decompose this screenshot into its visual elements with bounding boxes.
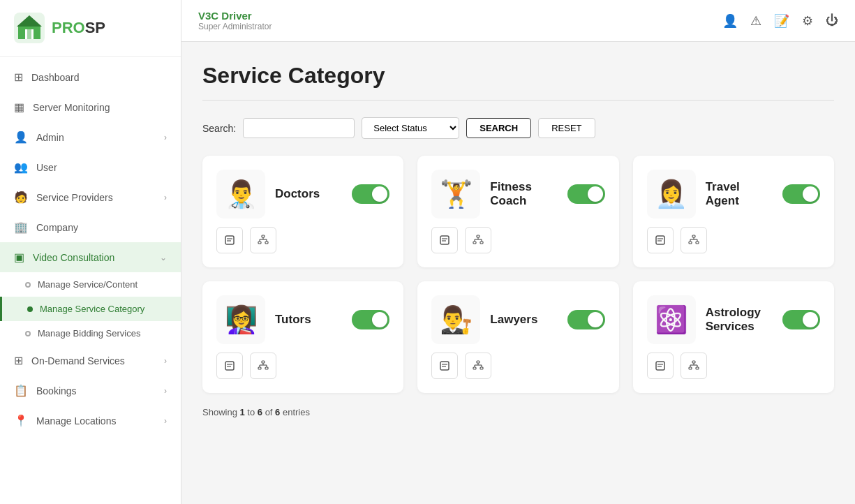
card-actions (431, 227, 604, 253)
sidebar-item-manage-bidding-services[interactable]: Manage Bidding Services (0, 321, 181, 346)
svg-rect-60 (696, 367, 699, 369)
card-toggle[interactable] (352, 184, 389, 204)
chevron-right-icon: › (164, 386, 167, 396)
card-structure-button[interactable] (465, 353, 491, 379)
card-structure-button[interactable] (681, 227, 707, 253)
service-providers-icon: 🧑 (14, 191, 28, 204)
pagination-text: Showing 1 to 6 of 6 entries (202, 407, 834, 417)
chevron-right-icon: › (164, 416, 167, 426)
card-doctors: 👨‍⚕️ Doctors (202, 156, 403, 267)
edit-icon[interactable]: 📝 (774, 13, 789, 29)
card-edit-button[interactable] (216, 353, 243, 379)
card-toggle[interactable] (782, 310, 820, 329)
sidebar-item-video-consultation[interactable]: ▣ Video Consultation ⌄ (0, 242, 181, 272)
cards-grid: 👨‍⚕️ Doctors (202, 156, 834, 393)
svg-rect-48 (477, 361, 479, 363)
on-demand-icon: ⊞ (14, 354, 23, 367)
sidebar-item-manage-locations[interactable]: 📍 Manage Locations › (0, 406, 181, 436)
card-structure-button[interactable] (250, 227, 276, 253)
svg-rect-38 (262, 361, 265, 363)
card-top: 👨‍⚕️ Doctors (216, 170, 389, 218)
chevron-right-icon: › (164, 356, 167, 366)
svg-rect-8 (262, 235, 265, 237)
card-toggle[interactable] (567, 184, 605, 204)
card-label: Fitness Coach (490, 180, 557, 208)
svg-rect-9 (258, 242, 261, 244)
card-image: 👨‍⚖️ (431, 295, 480, 344)
sidebar-item-admin[interactable]: 👤 Admin › (0, 122, 181, 152)
sidebar-item-dashboard[interactable]: ⊞ Dashboard (0, 62, 181, 92)
sidebar-item-label: Video Consultation (33, 252, 114, 263)
sidebar-item-user[interactable]: 👥 User (0, 152, 181, 182)
card-structure-button[interactable] (465, 227, 491, 253)
svg-rect-20 (480, 242, 483, 244)
card-image: 👩‍🏫 (216, 295, 265, 344)
header-subtitle: Super Administrator (198, 22, 272, 31)
card-edit-button[interactable] (647, 227, 674, 253)
sidebar-item-manage-service-category[interactable]: Manage Service Category (0, 297, 181, 321)
user-profile-icon[interactable]: 👤 (722, 13, 738, 29)
search-button[interactable]: SEARCH (466, 118, 531, 138)
sidebar-item-bookings[interactable]: 📋 Bookings › (0, 376, 181, 406)
svg-rect-15 (440, 236, 449, 244)
sidebar-item-label: Company (36, 222, 78, 233)
card-edit-button[interactable] (431, 227, 458, 253)
card-astrology-services: ⚛️ Astrology Services (633, 281, 834, 393)
title-divider (202, 100, 834, 101)
sidebar-subnav-label: Manage Service Category (40, 304, 144, 314)
card-edit-button[interactable] (647, 353, 674, 379)
svg-rect-35 (225, 362, 234, 370)
svg-rect-45 (440, 362, 449, 370)
card-image: ⚛️ (647, 295, 696, 344)
sidebar-item-label: Service Providers (36, 192, 113, 203)
reset-button[interactable]: RESET (538, 118, 595, 138)
card-label: Lawyers (490, 313, 557, 327)
card-travel-agent: 👩‍💼 Travel Agent (633, 156, 834, 267)
card-label: Doctors (275, 187, 342, 201)
header-title: V3C Driver (198, 10, 272, 22)
admin-icon: 👤 (14, 131, 28, 144)
card-lawyers: 👨‍⚖️ Lawyers (417, 281, 618, 393)
card-fitness-coach: 🏋️ Fitness Coach (417, 156, 618, 267)
sidebar-item-label: User (36, 162, 57, 173)
content-area: Service Category Search: Select StatusAc… (181, 42, 855, 504)
search-input[interactable] (243, 118, 355, 138)
card-top: ⚛️ Astrology Services (647, 295, 820, 344)
search-bar: Search: Select StatusActiveInactive SEAR… (202, 117, 834, 139)
card-actions (431, 353, 604, 379)
card-structure-button[interactable] (681, 353, 707, 379)
sidebar-subnav-label: Manage Service/Content (38, 279, 137, 290)
card-actions (647, 353, 820, 379)
bookings-icon: 📋 (14, 384, 28, 397)
card-top: 👩‍💼 Travel Agent (647, 170, 820, 218)
sidebar-item-label: Admin (36, 132, 64, 143)
svg-rect-55 (656, 362, 664, 370)
chevron-right-icon: › (164, 133, 167, 142)
settings-icon[interactable]: ⚙ (802, 13, 813, 29)
svg-rect-10 (265, 242, 268, 244)
svg-rect-39 (258, 367, 261, 369)
page-title: Service Category (202, 63, 834, 89)
sidebar-item-company[interactable]: 🏢 Company (0, 212, 181, 242)
sidebar-item-on-demand-services[interactable]: ⊞ On-Demand Services › (0, 346, 181, 376)
alert-icon[interactable]: ⚠ (750, 13, 761, 29)
sidebar-item-label: Bookings (36, 385, 77, 396)
sidebar-item-service-providers[interactable]: 🧑 Service Providers › (0, 182, 181, 212)
card-actions (216, 227, 389, 253)
card-toggle[interactable] (352, 310, 389, 329)
svg-rect-59 (689, 367, 692, 369)
svg-rect-40 (265, 367, 268, 369)
svg-rect-3 (27, 29, 31, 39)
card-toggle[interactable] (782, 184, 820, 204)
card-edit-button[interactable] (216, 227, 243, 253)
status-select[interactable]: Select StatusActiveInactive (362, 117, 459, 139)
card-edit-button[interactable] (431, 353, 458, 379)
sidebar-item-manage-service-content[interactable]: Manage Service/Content (0, 272, 181, 297)
card-toggle[interactable] (567, 310, 605, 329)
sidebar-item-server-monitoring[interactable]: ▦ Server Monitoring (0, 92, 181, 122)
chevron-down-icon: ⌄ (160, 253, 167, 262)
dashboard-icon: ⊞ (14, 71, 23, 84)
card-structure-button[interactable] (250, 353, 276, 379)
svg-rect-30 (696, 242, 699, 244)
power-icon[interactable]: ⏻ (826, 13, 838, 28)
